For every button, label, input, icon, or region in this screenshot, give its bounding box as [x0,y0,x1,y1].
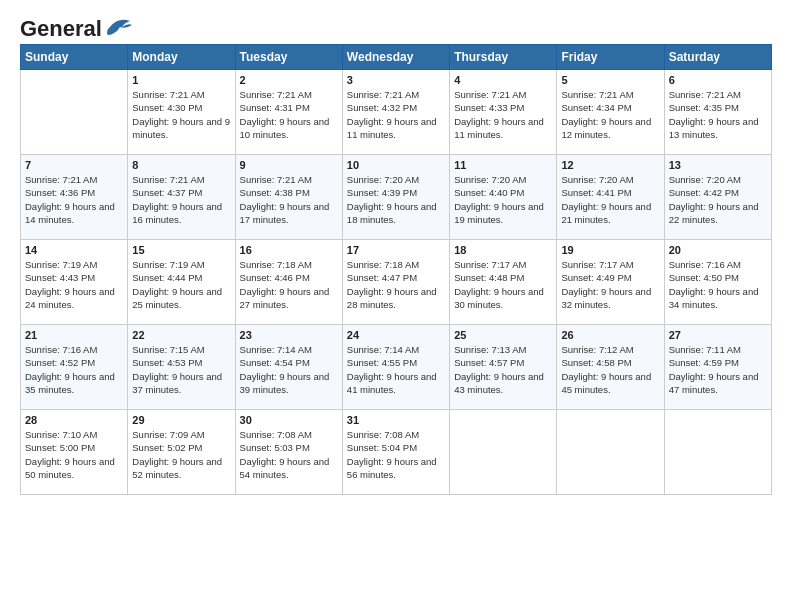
calendar-cell: 14 Sunrise: 7:19 AMSunset: 4:43 PMDaylig… [21,240,128,325]
calendar-cell: 1 Sunrise: 7:21 AMSunset: 4:30 PMDayligh… [128,70,235,155]
day-number: 1 [132,74,230,86]
page: General SundayMondayTuesdayWednesdayThur… [0,0,792,612]
day-info: Sunrise: 7:21 AMSunset: 4:38 PMDaylight:… [240,174,330,225]
day-number: 25 [454,329,552,341]
day-number: 20 [669,244,767,256]
week-row-5: 28 Sunrise: 7:10 AMSunset: 5:00 PMDaylig… [21,410,772,495]
day-info: Sunrise: 7:21 AMSunset: 4:30 PMDaylight:… [132,89,230,140]
day-info: Sunrise: 7:21 AMSunset: 4:36 PMDaylight:… [25,174,115,225]
day-number: 31 [347,414,445,426]
day-number: 5 [561,74,659,86]
calendar-header-row: SundayMondayTuesdayWednesdayThursdayFrid… [21,45,772,70]
day-number: 26 [561,329,659,341]
calendar-cell: 31 Sunrise: 7:08 AMSunset: 5:04 PMDaylig… [342,410,449,495]
calendar-cell: 5 Sunrise: 7:21 AMSunset: 4:34 PMDayligh… [557,70,664,155]
day-info: Sunrise: 7:12 AMSunset: 4:58 PMDaylight:… [561,344,651,395]
day-info: Sunrise: 7:19 AMSunset: 4:43 PMDaylight:… [25,259,115,310]
day-info: Sunrise: 7:18 AMSunset: 4:46 PMDaylight:… [240,259,330,310]
calendar-cell [557,410,664,495]
day-info: Sunrise: 7:21 AMSunset: 4:31 PMDaylight:… [240,89,330,140]
header-tuesday: Tuesday [235,45,342,70]
calendar-cell: 23 Sunrise: 7:14 AMSunset: 4:54 PMDaylig… [235,325,342,410]
day-info: Sunrise: 7:17 AMSunset: 4:48 PMDaylight:… [454,259,544,310]
day-info: Sunrise: 7:11 AMSunset: 4:59 PMDaylight:… [669,344,759,395]
calendar-cell: 24 Sunrise: 7:14 AMSunset: 4:55 PMDaylig… [342,325,449,410]
calendar-cell: 10 Sunrise: 7:20 AMSunset: 4:39 PMDaylig… [342,155,449,240]
day-info: Sunrise: 7:21 AMSunset: 4:32 PMDaylight:… [347,89,437,140]
day-info: Sunrise: 7:16 AMSunset: 4:50 PMDaylight:… [669,259,759,310]
day-info: Sunrise: 7:08 AMSunset: 5:04 PMDaylight:… [347,429,437,480]
calendar-cell [21,70,128,155]
day-number: 18 [454,244,552,256]
calendar-cell: 12 Sunrise: 7:20 AMSunset: 4:41 PMDaylig… [557,155,664,240]
day-number: 4 [454,74,552,86]
day-number: 16 [240,244,338,256]
day-info: Sunrise: 7:21 AMSunset: 4:37 PMDaylight:… [132,174,222,225]
week-row-4: 21 Sunrise: 7:16 AMSunset: 4:52 PMDaylig… [21,325,772,410]
day-number: 17 [347,244,445,256]
day-info: Sunrise: 7:10 AMSunset: 5:00 PMDaylight:… [25,429,115,480]
header-thursday: Thursday [450,45,557,70]
day-info: Sunrise: 7:09 AMSunset: 5:02 PMDaylight:… [132,429,222,480]
day-info: Sunrise: 7:20 AMSunset: 4:41 PMDaylight:… [561,174,651,225]
calendar-cell: 13 Sunrise: 7:20 AMSunset: 4:42 PMDaylig… [664,155,771,240]
calendar-cell: 30 Sunrise: 7:08 AMSunset: 5:03 PMDaylig… [235,410,342,495]
day-number: 28 [25,414,123,426]
day-info: Sunrise: 7:08 AMSunset: 5:03 PMDaylight:… [240,429,330,480]
calendar-cell: 6 Sunrise: 7:21 AMSunset: 4:35 PMDayligh… [664,70,771,155]
day-number: 19 [561,244,659,256]
calendar-cell: 20 Sunrise: 7:16 AMSunset: 4:50 PMDaylig… [664,240,771,325]
calendar-table: SundayMondayTuesdayWednesdayThursdayFrid… [20,44,772,495]
calendar-cell: 3 Sunrise: 7:21 AMSunset: 4:32 PMDayligh… [342,70,449,155]
calendar-cell [450,410,557,495]
header-monday: Monday [128,45,235,70]
day-number: 8 [132,159,230,171]
day-number: 15 [132,244,230,256]
day-number: 30 [240,414,338,426]
logo-text-general: General [20,16,102,42]
calendar-cell: 26 Sunrise: 7:12 AMSunset: 4:58 PMDaylig… [557,325,664,410]
calendar-cell: 4 Sunrise: 7:21 AMSunset: 4:33 PMDayligh… [450,70,557,155]
day-number: 3 [347,74,445,86]
day-info: Sunrise: 7:21 AMSunset: 4:33 PMDaylight:… [454,89,544,140]
day-number: 9 [240,159,338,171]
day-info: Sunrise: 7:21 AMSunset: 4:35 PMDaylight:… [669,89,759,140]
day-number: 10 [347,159,445,171]
day-info: Sunrise: 7:19 AMSunset: 4:44 PMDaylight:… [132,259,222,310]
day-number: 27 [669,329,767,341]
logo-bird-icon [104,17,132,39]
header: General [20,16,772,36]
day-number: 24 [347,329,445,341]
day-info: Sunrise: 7:17 AMSunset: 4:49 PMDaylight:… [561,259,651,310]
day-number: 11 [454,159,552,171]
day-info: Sunrise: 7:20 AMSunset: 4:40 PMDaylight:… [454,174,544,225]
day-number: 6 [669,74,767,86]
calendar-cell: 7 Sunrise: 7:21 AMSunset: 4:36 PMDayligh… [21,155,128,240]
day-info: Sunrise: 7:20 AMSunset: 4:42 PMDaylight:… [669,174,759,225]
day-number: 14 [25,244,123,256]
day-info: Sunrise: 7:15 AMSunset: 4:53 PMDaylight:… [132,344,222,395]
calendar-cell: 11 Sunrise: 7:20 AMSunset: 4:40 PMDaylig… [450,155,557,240]
calendar-cell: 28 Sunrise: 7:10 AMSunset: 5:00 PMDaylig… [21,410,128,495]
day-info: Sunrise: 7:18 AMSunset: 4:47 PMDaylight:… [347,259,437,310]
day-number: 7 [25,159,123,171]
calendar-cell: 2 Sunrise: 7:21 AMSunset: 4:31 PMDayligh… [235,70,342,155]
calendar-cell: 29 Sunrise: 7:09 AMSunset: 5:02 PMDaylig… [128,410,235,495]
day-number: 2 [240,74,338,86]
calendar-cell: 8 Sunrise: 7:21 AMSunset: 4:37 PMDayligh… [128,155,235,240]
calendar-cell [664,410,771,495]
day-info: Sunrise: 7:13 AMSunset: 4:57 PMDaylight:… [454,344,544,395]
day-number: 29 [132,414,230,426]
header-friday: Friday [557,45,664,70]
calendar-cell: 16 Sunrise: 7:18 AMSunset: 4:46 PMDaylig… [235,240,342,325]
logo: General [20,16,132,36]
week-row-2: 7 Sunrise: 7:21 AMSunset: 4:36 PMDayligh… [21,155,772,240]
calendar-cell: 15 Sunrise: 7:19 AMSunset: 4:44 PMDaylig… [128,240,235,325]
header-saturday: Saturday [664,45,771,70]
day-number: 21 [25,329,123,341]
day-info: Sunrise: 7:21 AMSunset: 4:34 PMDaylight:… [561,89,651,140]
day-number: 13 [669,159,767,171]
calendar-cell: 21 Sunrise: 7:16 AMSunset: 4:52 PMDaylig… [21,325,128,410]
week-row-3: 14 Sunrise: 7:19 AMSunset: 4:43 PMDaylig… [21,240,772,325]
calendar-cell: 18 Sunrise: 7:17 AMSunset: 4:48 PMDaylig… [450,240,557,325]
